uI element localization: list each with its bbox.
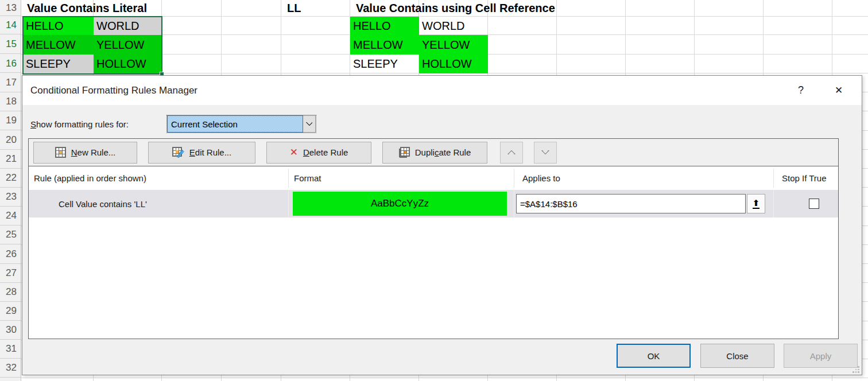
move-rule-up-button[interactable] <box>500 142 523 164</box>
cell-b16[interactable]: HOLLOW <box>94 55 161 73</box>
row-header-27[interactable]: 27 <box>0 264 21 283</box>
range-select-icon: ⬆ <box>753 199 760 209</box>
cell-a16[interactable]: SLEEPY <box>23 55 94 73</box>
move-rule-down-button[interactable] <box>534 142 557 164</box>
duplicate-rule-button[interactable]: Duplicate Rule <box>382 142 487 164</box>
row-header-30[interactable]: 30 <box>0 321 21 340</box>
row-header-29[interactable]: 29 <box>0 302 21 321</box>
chevron-down-icon[interactable] <box>303 115 316 133</box>
row-header-19[interactable]: 19 <box>0 111 21 130</box>
row-header-22[interactable]: 22 <box>0 169 21 188</box>
help-button[interactable]: ? <box>788 76 813 105</box>
row-header-17[interactable]: 17 <box>0 73 21 92</box>
collapse-dialog-button[interactable]: ⬆ <box>747 194 765 213</box>
applies-to-input[interactable] <box>516 194 746 213</box>
rules-list-header: Rule (applied in order shown) Format App… <box>29 166 838 190</box>
close-button[interactable]: Close <box>700 344 774 368</box>
cell-g16[interactable]: HOLLOW <box>419 55 488 73</box>
cell-e13-ll[interactable]: LL <box>284 0 342 16</box>
conditional-formatting-rules-manager-dialog: Conditional Formatting Rules Manager ? ✕… <box>22 75 862 375</box>
row-header-18[interactable]: 18 <box>0 92 21 111</box>
ok-button[interactable]: OK <box>617 344 691 368</box>
row-header-14[interactable]: 14 <box>0 17 21 34</box>
column-header-format: Format <box>294 166 321 190</box>
row-header-13[interactable]: 13 <box>0 0 21 16</box>
row-header-16[interactable]: 16 <box>0 55 21 73</box>
row-header-21[interactable]: 21 <box>0 150 21 169</box>
show-rules-label: Show formatting rules for: <box>30 115 129 133</box>
cell-b14[interactable]: WORLD <box>94 17 161 35</box>
stop-if-true-checkbox[interactable] <box>809 199 819 209</box>
cell-g14[interactable]: WORLD <box>419 17 488 35</box>
new-rule-button[interactable]: New Rule... <box>33 142 137 164</box>
row-header-24[interactable]: 24 <box>0 207 21 226</box>
show-rules-rest: how formatting rules for: <box>36 119 129 129</box>
scope-dropdown[interactable]: Current Selection <box>167 115 316 133</box>
cell-a13-literal-header[interactable]: Value Contains Literal <box>24 0 196 16</box>
rule-row[interactable]: Cell Value contains 'LL' AaBbCcYyZz ⬆ <box>29 190 838 217</box>
rules-toolbar: New Rule... Edit Rule... ✕ Delete Rule D… <box>29 139 838 166</box>
close-icon[interactable]: ✕ <box>826 76 851 105</box>
row-header-25[interactable]: 25 <box>0 226 21 244</box>
row-header-32[interactable]: 32 <box>0 359 21 378</box>
table-icon <box>399 147 410 158</box>
table-icon <box>55 147 66 158</box>
rules-group: New Rule... Edit Rule... ✕ Delete Rule D… <box>28 138 839 339</box>
dialog-title: Conditional Formatting Rules Manager <box>30 76 197 105</box>
cell-f16[interactable]: SLEEPY <box>350 55 419 73</box>
chevron-up-icon <box>507 150 516 155</box>
row-header-20[interactable]: 20 <box>0 130 21 150</box>
chevron-down-icon <box>541 150 549 155</box>
show-rules-accel: S <box>30 119 36 129</box>
cell-f14[interactable]: HELLO <box>350 17 419 35</box>
format-preview: AaBbCcYyZz <box>293 192 507 216</box>
column-header-applies-to: Applies to <box>522 166 560 190</box>
delete-rule-button[interactable]: ✕ Delete Rule <box>266 142 371 164</box>
rule-description: Cell Value contains 'LL' <box>59 190 147 217</box>
cell-a15[interactable]: MELLOW <box>23 35 94 55</box>
cell-f15[interactable]: MELLOW <box>350 35 419 55</box>
row-header-15[interactable]: 15 <box>0 35 21 54</box>
scope-dropdown-value[interactable]: Current Selection <box>167 115 303 133</box>
row-header-26[interactable]: 26 <box>0 244 21 264</box>
edit-rule-button[interactable]: Edit Rule... <box>148 142 255 164</box>
column-header-rule: Rule (applied in order shown) <box>34 166 146 190</box>
resize-grip[interactable] <box>852 366 859 373</box>
dialog-titlebar[interactable]: Conditional Formatting Rules Manager ? ✕ <box>22 76 862 105</box>
cell-b15[interactable]: YELLOW <box>94 35 161 55</box>
column-header-stop-if-true: Stop If True <box>782 166 827 190</box>
cell-g15[interactable]: YELLOW <box>419 35 488 55</box>
row-header-23[interactable]: 23 <box>0 188 21 207</box>
red-x-icon: ✕ <box>290 147 298 157</box>
apply-button[interactable]: Apply <box>784 344 858 368</box>
edit-table-icon <box>172 147 184 158</box>
cell-f13-reference-header[interactable]: Value Contains using Cell Reference <box>353 0 594 16</box>
row-header-28[interactable]: 28 <box>0 283 21 302</box>
row-header-column: 13 14 15 16 17 18 19 20 21 22 23 24 25 2… <box>0 0 21 381</box>
cell-a14[interactable]: HELLO <box>23 17 94 35</box>
row-header-31[interactable]: 31 <box>0 340 21 359</box>
